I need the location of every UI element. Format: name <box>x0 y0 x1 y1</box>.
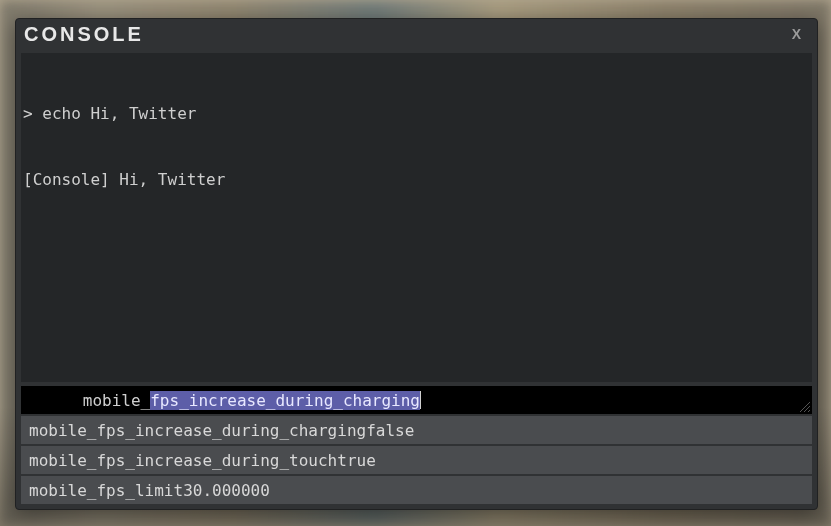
resize-grip-icon[interactable] <box>798 400 810 412</box>
close-button[interactable]: X <box>787 23 809 45</box>
autocomplete-list: mobile_fps_increase_during_charging fals… <box>21 416 812 504</box>
suggestion-cmd: mobile_fps_increase_during_touch <box>29 451 337 470</box>
input-autocomplete: fps_increase_during_charging <box>150 391 420 410</box>
input-typed: mobile_ <box>83 391 150 410</box>
suggestion-value: true <box>337 451 376 470</box>
input-text: mobile_fps_increase_during_charging <box>21 372 421 429</box>
window-title: CONSOLE <box>24 23 144 46</box>
autocomplete-item[interactable]: mobile_fps_increase_during_touch true <box>21 446 812 474</box>
console-input[interactable]: mobile_fps_increase_during_charging <box>21 386 812 414</box>
console-output[interactable]: > echo Hi, Twitter [Console] Hi, Twitter <box>21 53 812 382</box>
suggestion-value: 30.000000 <box>183 481 270 500</box>
suggestion-cmd: mobile_fps_limit <box>29 481 183 500</box>
console-window: CONSOLE X > echo Hi, Twitter [Console] H… <box>15 18 818 510</box>
text-caret <box>420 391 421 409</box>
close-icon: X <box>792 26 804 42</box>
autocomplete-item[interactable]: mobile_fps_limit 30.000000 <box>21 476 812 504</box>
output-line: > echo Hi, Twitter <box>23 103 810 125</box>
titlebar: CONSOLE X <box>16 19 817 49</box>
output-line: [Console] Hi, Twitter <box>23 169 810 191</box>
